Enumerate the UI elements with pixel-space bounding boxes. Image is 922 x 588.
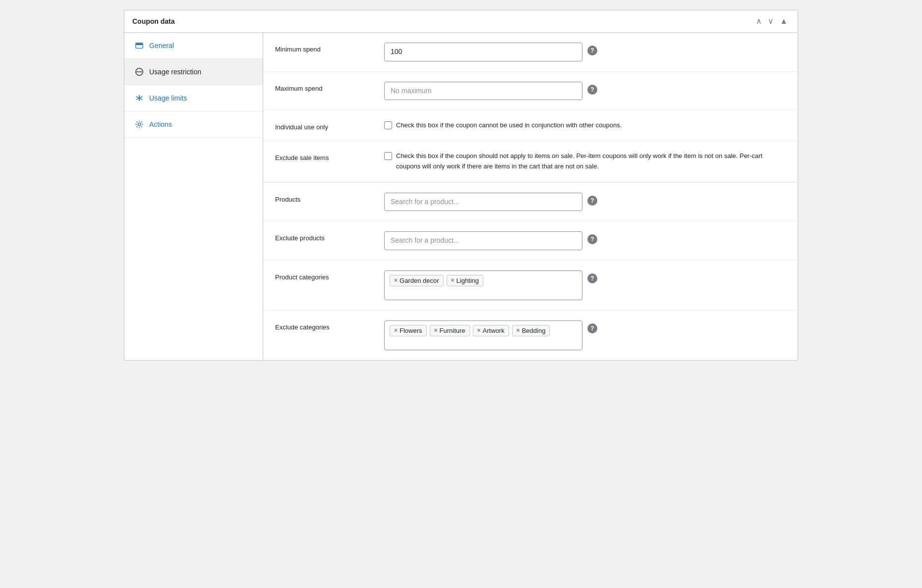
sidebar: General Usage restriction bbox=[124, 33, 263, 360]
collapse-button[interactable]: ▲ bbox=[778, 16, 790, 26]
sidebar-label-usage-limits: Usage limits bbox=[149, 94, 187, 102]
exclude-categories-label: Exclude categories bbox=[275, 321, 384, 331]
form-row-exclude-categories: Exclude categories × Flowers × Furniture… bbox=[263, 311, 798, 360]
sidebar-label-general: General bbox=[149, 42, 174, 50]
products-help-icon[interactable]: ? bbox=[587, 196, 597, 206]
minimum-spend-field: ? bbox=[384, 43, 786, 61]
form-row-exclude-sale: Exclude sale items Check this box if the… bbox=[263, 141, 798, 182]
exclude-products-field: ? bbox=[384, 231, 786, 250]
form-row-individual-use: Individual use only Check this box if th… bbox=[263, 110, 798, 141]
panel-controls: ∧ ∨ ▲ bbox=[754, 16, 790, 26]
tag-flowers[interactable]: × Flowers bbox=[390, 325, 427, 336]
maximum-spend-field: ? bbox=[384, 82, 786, 101]
exclude-categories-field: × Flowers × Furniture × Artwork × bbox=[384, 321, 786, 350]
product-categories-label: Product categories bbox=[275, 270, 384, 281]
tag-label-flowers: Flowers bbox=[400, 327, 422, 334]
products-field: ? bbox=[384, 193, 786, 212]
maximum-spend-help-icon[interactable]: ? bbox=[587, 85, 597, 95]
exclude-categories-input[interactable]: × Flowers × Furniture × Artwork × bbox=[384, 321, 582, 350]
tag-remove-artwork[interactable]: × bbox=[477, 327, 481, 333]
exclude-sale-field: Check this box if the coupon should not … bbox=[384, 151, 786, 172]
sidebar-label-usage-restriction: Usage restriction bbox=[149, 68, 201, 76]
form-row-minimum-spend: Minimum spend ? bbox=[263, 33, 798, 72]
exclude-sale-description: Check this box if the coupon should not … bbox=[396, 151, 786, 172]
sidebar-item-general[interactable]: General bbox=[124, 33, 263, 59]
svg-point-7 bbox=[138, 123, 140, 125]
tag-artwork[interactable]: × Artwork bbox=[473, 325, 509, 336]
minimum-spend-label: Minimum spend bbox=[275, 43, 384, 53]
sidebar-item-usage-restriction[interactable]: Usage restriction bbox=[124, 59, 263, 85]
tag-label-furniture: Furniture bbox=[440, 327, 465, 334]
product-categories-help-icon[interactable]: ? bbox=[587, 273, 597, 283]
gear-icon bbox=[134, 119, 144, 129]
tag-lighting[interactable]: × Lighting bbox=[447, 275, 484, 286]
maximum-spend-input[interactable] bbox=[384, 82, 582, 101]
tag-bedding[interactable]: × Bedding bbox=[512, 325, 550, 336]
block-icon bbox=[134, 67, 144, 77]
tag-remove-bedding[interactable]: × bbox=[517, 327, 520, 333]
individual-use-checkbox-row: Check this box if the coupon cannot be u… bbox=[384, 120, 622, 131]
panel-title: Coupon data bbox=[132, 17, 175, 25]
tag-label-bedding: Bedding bbox=[522, 327, 546, 334]
exclude-categories-help-icon[interactable]: ? bbox=[587, 323, 597, 333]
exclude-sale-checkbox[interactable] bbox=[384, 152, 392, 160]
arrow-down-button[interactable]: ∨ bbox=[766, 16, 776, 26]
arrow-up-button[interactable]: ∧ bbox=[754, 16, 764, 26]
exclude-products-help-icon[interactable]: ? bbox=[587, 234, 597, 244]
tag-remove-lighting[interactable]: × bbox=[451, 277, 455, 283]
main-content: Minimum spend ? Maximum spend ? Individu… bbox=[263, 33, 798, 360]
exclude-products-label: Exclude products bbox=[275, 231, 384, 242]
tag-furniture[interactable]: × Furniture bbox=[430, 325, 470, 336]
exclude-sale-label: Exclude sale items bbox=[275, 151, 384, 161]
tag-label-garden-decor: Garden decor bbox=[400, 277, 439, 284]
asterisk-icon bbox=[134, 93, 144, 103]
sidebar-item-usage-limits[interactable]: Usage limits bbox=[124, 85, 263, 111]
minimum-spend-help-icon[interactable]: ? bbox=[587, 46, 597, 55]
svg-rect-1 bbox=[136, 44, 143, 46]
panel-header: Coupon data ∧ ∨ ▲ bbox=[124, 10, 798, 33]
individual-use-label: Individual use only bbox=[275, 120, 384, 131]
tag-remove-garden-decor[interactable]: × bbox=[394, 277, 398, 283]
panel-body: General Usage restriction bbox=[124, 33, 798, 360]
product-categories-field: × Garden decor × Lighting ? bbox=[384, 270, 786, 300]
exclude-products-search-input[interactable] bbox=[384, 231, 582, 250]
minimum-spend-input[interactable] bbox=[384, 43, 582, 61]
tag-icon bbox=[134, 41, 144, 51]
form-row-product-categories: Product categories × Garden decor × Ligh… bbox=[263, 261, 798, 311]
tag-remove-furniture[interactable]: × bbox=[434, 327, 438, 333]
form-row-products: Products ? bbox=[263, 182, 798, 222]
tag-garden-decor[interactable]: × Garden decor bbox=[390, 275, 444, 286]
product-categories-input[interactable]: × Garden decor × Lighting bbox=[384, 270, 582, 300]
tag-remove-flowers[interactable]: × bbox=[394, 327, 398, 333]
form-row-maximum-spend: Maximum spend ? bbox=[263, 72, 798, 111]
individual-use-field: Check this box if the coupon cannot be u… bbox=[384, 120, 786, 131]
sidebar-label-actions: Actions bbox=[149, 120, 172, 128]
coupon-data-panel: Coupon data ∧ ∨ ▲ General bbox=[124, 10, 798, 361]
products-search-input[interactable] bbox=[384, 193, 582, 212]
tag-label-artwork: Artwork bbox=[483, 327, 505, 334]
maximum-spend-label: Maximum spend bbox=[275, 82, 384, 92]
exclude-sale-checkbox-row: Check this box if the coupon should not … bbox=[384, 151, 786, 172]
individual-use-description: Check this box if the coupon cannot be u… bbox=[396, 120, 622, 131]
tag-label-lighting: Lighting bbox=[457, 277, 479, 284]
sidebar-item-actions[interactable]: Actions bbox=[124, 111, 263, 138]
individual-use-checkbox[interactable] bbox=[384, 121, 392, 129]
products-label: Products bbox=[275, 193, 384, 203]
form-row-exclude-products: Exclude products ? bbox=[263, 221, 798, 261]
